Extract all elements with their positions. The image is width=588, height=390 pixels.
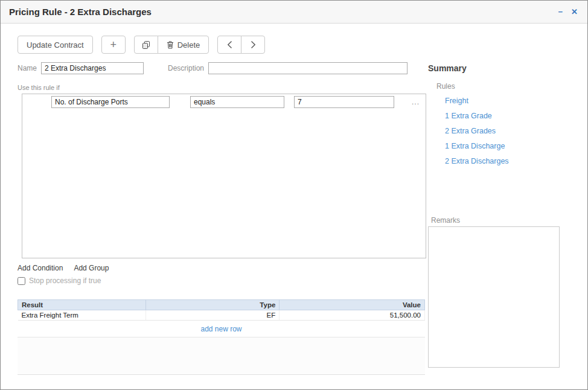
rule-link-1-extra-discharge[interactable]: 1 Extra Discharge [445, 142, 567, 150]
condition-field-select[interactable] [51, 96, 170, 108]
window-controls: − ✕ [557, 7, 580, 17]
name-label: Name [18, 64, 37, 72]
name-description-row: Name Description [18, 62, 427, 74]
trash-icon [167, 40, 174, 49]
next-rule-button[interactable] [241, 36, 265, 54]
add-group-link[interactable]: Add Group [74, 264, 109, 272]
stop-processing-checkbox[interactable] [18, 277, 25, 285]
result-column-header[interactable]: Result [18, 300, 146, 310]
value-column-header[interactable]: Value [280, 300, 425, 310]
condition-more-button[interactable]: ... [411, 98, 421, 106]
summary-panel: Summary Rules Freight 1 Extra Grade 2 Ex… [428, 63, 567, 370]
window-titlebar: Pricing Rule - 2 Extra Discharges − ✕ [1, 1, 587, 24]
add-rule-button[interactable]: + [101, 36, 126, 54]
add-condition-link[interactable]: Add Condition [18, 264, 63, 272]
table-row[interactable]: Extra Freight Term EF 51,500.00 [18, 310, 425, 321]
toolbar: Update Contract + [18, 36, 427, 54]
edit-button-group: Delete [134, 36, 209, 54]
main-panel: Update Contract + [1, 24, 427, 375]
nav-button-group [217, 36, 265, 54]
chevron-right-icon [251, 40, 256, 49]
rule-link-1-extra-grade[interactable]: 1 Extra Grade [445, 112, 567, 120]
rule-link-freight[interactable]: Freight [445, 97, 567, 105]
remarks-label: Remarks [431, 216, 567, 225]
results-header-row: Result Type Value [18, 300, 425, 310]
condition-row: ... [22, 94, 426, 108]
previous-rule-button[interactable] [217, 36, 241, 54]
condition-actions: Add Condition Add Group [18, 264, 427, 272]
stop-processing-label: Stop processing if true [29, 277, 101, 285]
condition-value-field[interactable] [294, 96, 394, 108]
results-area: Result Type Value Extra Freight Term EF … [18, 299, 425, 375]
rule-link-2-extra-discharges[interactable]: 2 Extra Discharges [445, 157, 567, 165]
rules-list: Freight 1 Extra Grade 2 Extra Grades 1 E… [445, 97, 567, 165]
description-label: Description [168, 64, 204, 72]
rules-label: Rules [436, 82, 567, 91]
result-cell[interactable]: Extra Freight Term [18, 310, 146, 321]
description-field[interactable] [208, 62, 407, 74]
copy-icon [142, 40, 150, 49]
conditions-panel: ... [22, 94, 426, 258]
type-column-header[interactable]: Type [145, 300, 280, 310]
type-cell[interactable]: EF [145, 310, 280, 321]
duplicate-button[interactable] [134, 36, 158, 54]
results-table: Result Type Value Extra Freight Term EF … [18, 299, 425, 321]
pricing-rule-window: Pricing Rule - 2 Extra Discharges − ✕ Up… [0, 0, 588, 390]
remarks-input[interactable] [428, 226, 560, 368]
stop-processing-row: Stop processing if true [18, 277, 427, 285]
update-contract-button[interactable]: Update Contract [18, 36, 93, 54]
name-field[interactable] [41, 62, 144, 74]
add-new-row-line: add new row [18, 321, 425, 337]
window-title: Pricing Rule - 2 Extra Discharges [9, 7, 152, 17]
window-content: Update Contract + [1, 24, 587, 390]
delete-button-label: Delete [177, 40, 200, 50]
summary-title: Summary [428, 63, 567, 73]
condition-operator-select[interactable] [190, 96, 284, 108]
chevron-left-icon [227, 40, 232, 49]
use-this-rule-if-label: Use this rule if [18, 84, 427, 91]
delete-button[interactable]: Delete [158, 36, 209, 54]
close-icon[interactable]: ✕ [570, 7, 579, 17]
add-new-row-link[interactable]: add new row [200, 325, 241, 333]
rule-link-2-extra-grades[interactable]: 2 Extra Grades [445, 127, 567, 135]
value-cell[interactable]: 51,500.00 [280, 310, 425, 321]
minimize-icon[interactable]: − [557, 7, 564, 17]
